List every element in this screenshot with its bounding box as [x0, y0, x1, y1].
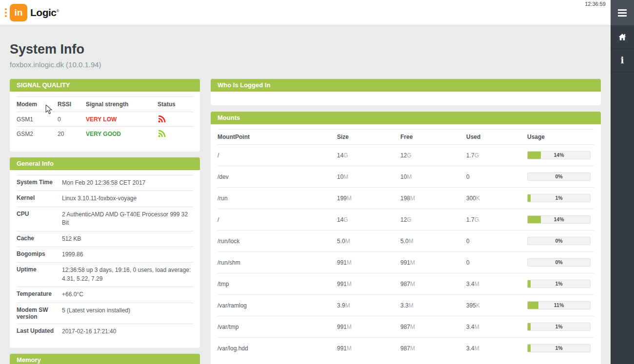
info-row: System TimeMon Feb 20 12:36:58 CET 2017	[17, 175, 193, 191]
usage-cell: 14%	[527, 145, 594, 166]
size-cell: 199M	[337, 188, 400, 209]
unit-label: G	[343, 216, 348, 223]
mountpoint-cell: /tmp	[218, 273, 337, 295]
mount-row: /run/lock5.0M5.0M00%	[218, 230, 594, 252]
unit-label: M	[475, 281, 479, 287]
home-icon	[618, 33, 627, 41]
usage-bar: 1%	[527, 344, 591, 352]
col-free: Free	[400, 130, 466, 145]
mountpoint-cell: /run	[218, 188, 337, 209]
mounts-table-body: /14G12G1.7G14%/dev10M10M00%/run199M198M3…	[218, 145, 594, 359]
usage-bar-label: 0%	[528, 173, 590, 180]
logo-in-icon: in	[10, 4, 27, 21]
unit-label: M	[347, 259, 352, 266]
page-title: System Info	[10, 42, 601, 57]
unit-label: G	[407, 152, 411, 159]
status-cell	[158, 112, 193, 127]
used-cell: 1.7G	[466, 145, 527, 166]
info-row: Modem SW version5 (Latest version instal…	[17, 303, 193, 324]
usage-cell: 0%	[527, 166, 594, 188]
size-cell: 5.0M	[337, 230, 400, 252]
used-cell: 1.7G	[466, 209, 527, 230]
unit-label: M	[347, 345, 352, 352]
size-cell: 991M	[337, 338, 400, 359]
inlogic-logo[interactable]: in Logic®	[5, 4, 59, 21]
mountpoint-cell: /var/ramlog	[218, 295, 337, 316]
usage-bar-label: 1%	[528, 323, 590, 330]
general-info-panel: General Info System TimeMon Feb 20 12:36…	[10, 157, 200, 348]
usage-bar-label: 11%	[528, 302, 590, 309]
unit-label: M	[410, 281, 415, 287]
size-cell: 991M	[337, 316, 400, 338]
used-cell: 0	[466, 166, 527, 188]
unit-label: M	[347, 324, 352, 330]
mount-row: /var/log.hdd991M987M3.4M1%	[218, 338, 594, 359]
modem-cell: GSM1	[17, 112, 58, 127]
info-value: 512 KB	[62, 231, 193, 247]
mounts-header-row: MountPoint Size Free Used Usage	[218, 130, 594, 145]
info-label: Cache	[17, 231, 62, 247]
size-cell: 14G	[337, 209, 400, 230]
unit-label: G	[475, 152, 479, 159]
info-row: Cache512 KB	[17, 231, 193, 247]
who-is-logged-in-panel: Who Is Logged In	[211, 79, 601, 105]
size-cell: 991M	[337, 273, 400, 295]
usage-bar-label: 1%	[528, 280, 590, 287]
used-cell: 0	[466, 230, 527, 252]
usage-cell: 14%	[527, 209, 594, 230]
strength-cell: VERY GOOD	[86, 127, 158, 141]
memory-panel: Memory Total Usage Used39615	[10, 354, 200, 364]
who-is-logged-in-body	[211, 92, 601, 105]
info-button[interactable]: i	[611, 49, 634, 72]
rss-signal-icon	[158, 130, 193, 138]
unit-label: G	[407, 216, 411, 223]
used-cell: 3.4M	[466, 316, 527, 338]
free-cell: 987M	[400, 338, 466, 359]
mount-row: /run199M198M300K1%	[218, 188, 594, 209]
info-row: CPU2 AuthenticAMD AMD G-T40E Processor 9…	[17, 207, 193, 231]
menu-button[interactable]	[611, 0, 634, 25]
used-cell: 3.4M	[466, 338, 527, 359]
rss-signal-icon	[158, 115, 193, 123]
usage-cell: 1%	[527, 316, 594, 338]
usage-bar: 1%	[527, 280, 591, 288]
mountpoint-cell: /	[218, 145, 337, 166]
usage-bar-label: 0%	[528, 259, 590, 266]
mount-row: /tmp991M987M3.4M1%	[218, 273, 594, 295]
used-cell: 300K	[466, 188, 527, 209]
usage-bar: 0%	[527, 258, 591, 267]
used-cell: 395K	[466, 295, 527, 316]
mount-row: /14G12G1.7G14%	[218, 209, 594, 230]
rssi-cell: 0	[58, 112, 86, 127]
info-row: Uptime12:36:58 up 3 days, 19:16, 0 users…	[17, 263, 193, 287]
info-label: CPU	[17, 207, 62, 231]
info-label: Last Updated	[17, 324, 62, 339]
info-row: Temperature+66.0°C	[17, 287, 193, 303]
size-cell: 3.9M	[337, 295, 400, 316]
unit-label: G	[475, 216, 479, 223]
registered-mark: ®	[57, 9, 59, 13]
general-info-body: System TimeMon Feb 20 12:36:58 CET 2017K…	[17, 175, 193, 339]
info-row: Bogomips1999.86	[17, 247, 193, 262]
logo-dots-icon	[5, 8, 7, 17]
logo-brand-text: Logic®	[30, 7, 59, 19]
info-row: KernelLinux 3.10.11-foxbox-voyage	[17, 191, 193, 207]
mounts-panel: Mounts MountPoint Size Free Used Usage	[211, 112, 601, 364]
signal-quality-title: SIGNAL QUALITY	[10, 79, 200, 92]
free-cell: 991M	[400, 252, 466, 273]
mountpoint-cell: /run/lock	[218, 230, 337, 252]
free-cell: 3.3M	[400, 295, 466, 316]
unit-label: M	[410, 259, 415, 266]
usage-bar-label: 1%	[528, 194, 590, 202]
unit-label: M	[407, 173, 412, 180]
info-value: Mon Feb 20 12:36:58 CET 2017	[62, 175, 193, 191]
usage-bar: 11%	[527, 301, 591, 309]
size-cell: 10M	[337, 166, 400, 188]
free-cell: 198M	[400, 188, 466, 209]
unit-label: M	[409, 302, 414, 309]
home-button[interactable]	[611, 25, 634, 49]
free-cell: 987M	[400, 273, 466, 295]
mounts-table: MountPoint Size Free Used Usage /14G12G1…	[218, 129, 594, 359]
col-status: Status	[158, 97, 193, 112]
unit-label: M	[343, 173, 348, 180]
